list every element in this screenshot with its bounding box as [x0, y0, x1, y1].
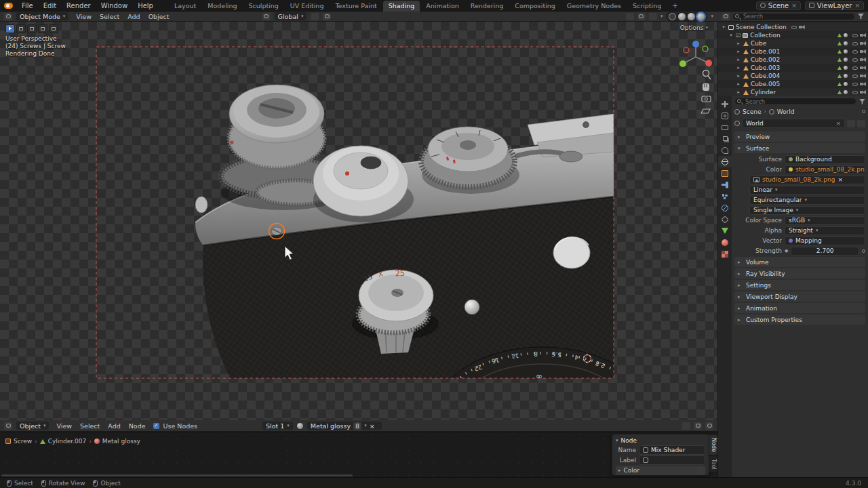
perspective-toggle-button[interactable] — [701, 109, 710, 113]
breadcrumb-item[interactable]: Metal glossy › — [94, 438, 140, 445]
pan-hand-button[interactable] — [703, 83, 709, 91]
unlink-material-icon[interactable]: × — [370, 422, 375, 430]
hide-viewport-icon[interactable] — [852, 58, 858, 62]
interpolation-dropdown[interactable]: Linear▾ — [749, 186, 865, 195]
hide-viewport-icon[interactable] — [852, 75, 858, 78]
disable-render-icon[interactable] — [860, 66, 866, 70]
expander-icon[interactable]: ▸ — [736, 57, 741, 62]
workspace-tab[interactable]: Shading — [383, 1, 420, 12]
panel-preview-header[interactable]: ▸Preview — [734, 131, 865, 142]
properties-panel-header[interactable]: ▸Ray Visibility — [734, 268, 865, 279]
collection-checkbox[interactable]: ☑ — [736, 33, 741, 39]
disable-render-icon[interactable] — [860, 82, 866, 86]
viewport-menu-item[interactable]: Add — [124, 13, 143, 20]
unlink-image-icon[interactable]: × — [838, 176, 844, 183]
disable-render-icon[interactable] — [799, 25, 805, 29]
disable-render-icon[interactable] — [860, 33, 866, 37]
fake-user-shield-icon[interactable]: ▾ — [364, 423, 367, 428]
hide-viewport-icon[interactable] — [852, 83, 858, 86]
snap-magnet-icon[interactable] — [311, 13, 319, 20]
sidebar-tab[interactable]: Node — [709, 435, 717, 455]
overlay-icon[interactable] — [694, 422, 702, 430]
topbar-menu-item[interactable]: Window — [96, 1, 132, 10]
unlink-viewlayer-icon[interactable]: × — [854, 2, 860, 9]
unlink-world-icon[interactable]: × — [835, 120, 841, 127]
gizmo-toggle-icon[interactable] — [637, 13, 646, 20]
outliner-row[interactable]: ▸ Cylinder — [718, 88, 868, 96]
mode-dropdown[interactable]: Object Mode▾ — [16, 12, 68, 20]
topbar-menu-item[interactable]: Help — [133, 1, 158, 10]
expander-icon[interactable]: ▸ — [736, 41, 741, 46]
color-section-header[interactable]: Color — [624, 467, 640, 474]
animate-dot-icon[interactable] — [862, 249, 865, 253]
blender-logo-icon[interactable] — [4, 3, 13, 9]
outliner-row[interactable]: ▸ Cube.002 — [718, 56, 868, 64]
properties-tab[interactable] — [718, 214, 732, 225]
expander-icon[interactable]: ▸ — [736, 73, 741, 79]
shader-editor-type-icon[interactable] — [4, 422, 12, 430]
shader-menu-item[interactable]: Select — [77, 422, 103, 430]
tool-select-box-icon[interactable] — [16, 24, 26, 33]
proportional-editing-icon[interactable] — [323, 13, 331, 20]
disable-render-icon[interactable] — [860, 74, 866, 78]
properties-tab[interactable] — [718, 133, 732, 144]
disable-render-icon[interactable] — [860, 41, 866, 45]
tool-select-lasso-icon[interactable] — [38, 24, 47, 33]
breadcrumb-scene[interactable]: Scene — [743, 108, 761, 115]
tool-cursor-icon[interactable] — [49, 24, 58, 33]
expander-icon[interactable]: ▸ — [736, 49, 741, 54]
properties-panel-header[interactable]: ▸Volume — [734, 257, 865, 267]
colorspace-dropdown[interactable]: sRGB▾ — [785, 216, 865, 225]
outliner-type-icon[interactable] — [722, 13, 730, 20]
browse-material-icon[interactable] — [297, 423, 303, 429]
vector-link-field[interactable]: Mapping — [785, 237, 865, 245]
unlink-scene-icon[interactable]: × — [791, 2, 797, 9]
fake-user-icon[interactable] — [847, 120, 855, 127]
breadcrumb-item[interactable]: Cylinder.007 › — [40, 438, 92, 445]
material-shading-icon[interactable] — [688, 13, 695, 20]
outliner-row[interactable]: ▾ ☑ Collection — [718, 31, 868, 39]
rendered-shading-icon[interactable] — [697, 13, 705, 20]
visibility-toggle-icon[interactable] — [626, 13, 634, 20]
breadcrumb-item[interactable]: Screw › — [5, 438, 37, 445]
properties-tab[interactable] — [718, 110, 732, 121]
shader-menu-item[interactable]: Node — [125, 422, 149, 430]
outliner-search[interactable] — [732, 13, 855, 20]
pin-node-icon[interactable] — [705, 422, 713, 430]
tool-select-circle-icon[interactable] — [27, 24, 37, 33]
outliner-row[interactable]: ▸ Cube.004 — [718, 72, 868, 80]
filter-icon[interactable] — [858, 14, 864, 19]
viewport-menu-item[interactable]: Select — [96, 13, 123, 20]
viewport-menu-item[interactable]: Object — [145, 13, 173, 20]
topbar-menu-item[interactable]: Edit — [39, 1, 61, 10]
topbar-menu-item[interactable]: File — [17, 1, 38, 10]
viewport-3d[interactable]: 2.8 4 5.6 8 11 16 22 ∞ — [0, 22, 717, 420]
hide-viewport-icon[interactable] — [791, 26, 797, 29]
workspace-tab[interactable]: Animation — [420, 1, 464, 12]
image-datablock-field[interactable]: studio_small_08_2k.png × — [749, 176, 865, 184]
material-users-badge[interactable]: 8 — [353, 422, 361, 430]
color-presets-icon[interactable] — [697, 467, 705, 474]
expander-icon[interactable]: ▾ — [721, 24, 726, 30]
horizontal-scrollbar[interactable] — [1, 474, 353, 476]
zoom-button[interactable] — [703, 70, 711, 80]
properties-tab[interactable] — [718, 237, 732, 248]
slot-dropdown[interactable]: Slot 1▾ — [262, 422, 293, 430]
material-name-field[interactable]: Metal glossy 8 ▾ × — [307, 422, 382, 430]
properties-filter-icon[interactable] — [859, 99, 865, 104]
projection-dropdown[interactable]: Equirectangular▾ — [749, 196, 865, 205]
world-name-field[interactable]: World × — [742, 119, 845, 128]
viewport-menu-item[interactable]: View — [73, 13, 95, 20]
new-world-icon[interactable] — [857, 120, 865, 127]
viewport-options-button[interactable]: Options▾ — [680, 24, 708, 31]
nav-gizmo[interactable] — [679, 41, 712, 67]
panel-surface-header[interactable]: ▾Surface — [734, 143, 865, 153]
expander-icon[interactable]: ▸ — [736, 81, 741, 87]
hide-viewport-icon[interactable] — [852, 34, 858, 37]
workspace-tab[interactable]: Layout — [169, 1, 201, 12]
hide-viewport-icon[interactable] — [852, 91, 858, 94]
disable-render-icon[interactable] — [860, 90, 866, 94]
wireframe-shading-icon[interactable] — [669, 13, 676, 20]
camera-view-button[interactable] — [702, 96, 711, 102]
viewlayer-selector[interactable]: ViewLayer × — [805, 1, 864, 10]
